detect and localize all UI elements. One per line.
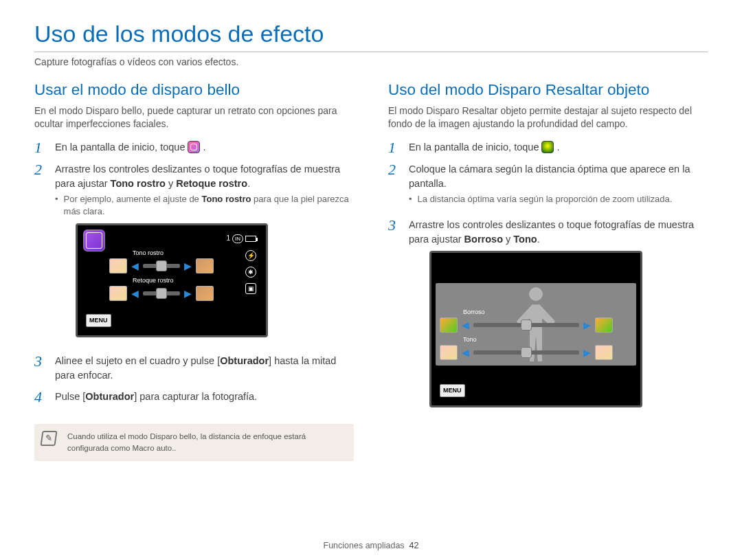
text: y [503, 234, 513, 245]
text: En la pantalla de inicio, toque [55, 142, 188, 153]
text: . [537, 234, 540, 245]
arrow-left-icon: ◀ [462, 348, 469, 357]
right-intro: El modo Disparo Resaltar objeto permite … [388, 104, 708, 131]
sliders: Tono rostro ◀ ▶ Retoque rostro [109, 249, 214, 304]
step-body: En la pantalla de inicio, toque . [55, 140, 354, 155]
arrow-right-icon: ▶ [583, 348, 591, 357]
slider-2-label: Tono [463, 335, 613, 344]
bold: Retoque rostro [176, 178, 247, 189]
text: . [247, 178, 250, 189]
right-step-2: 2 Coloque la cámara según la distancia ó… [388, 162, 708, 211]
timer-icon: ✱ [245, 267, 256, 278]
step-body: Arrastre los controles deslizantes o toq… [55, 162, 354, 347]
right-step-3: 3 Arrastre los controles deslizantes o t… [388, 218, 708, 417]
text: . [203, 142, 206, 153]
text: y [166, 178, 176, 189]
menu-button[interactable]: MENU [86, 314, 111, 327]
left-steps: 1 En la pantalla de inicio, toque . 2 Ar… [34, 140, 354, 405]
highlight-mode-screenshot: 2 IN 1m ⚡ Borroso [429, 251, 642, 407]
step-number: 3 [388, 218, 401, 417]
text: ] para capturar la fotografía. [134, 391, 257, 402]
text: Pulse [ [55, 391, 85, 402]
step-number: 3 [34, 354, 47, 383]
sub-bullet: • Por ejemplo, aumente el ajuste de Tono… [55, 193, 354, 218]
sample-thumb [595, 345, 613, 360]
step-number: 1 [388, 140, 401, 155]
flash-icon: ⚡ [245, 250, 256, 261]
step-body: Alinee el sujeto en el cuadro y pulse [O… [55, 354, 354, 383]
sub-bullet: • La distancia óptima varía según la pro… [409, 193, 708, 205]
bold: Tono rostro [201, 194, 251, 204]
slider-1: ◀ ▶ [440, 317, 613, 333]
battery-icon [245, 236, 256, 242]
right-steps: 1 En la pantalla de inicio, toque . 2 Co… [388, 140, 708, 417]
slider-track[interactable] [473, 323, 579, 327]
bullet-dot: • [55, 193, 58, 218]
step-number: 2 [388, 162, 401, 211]
arrow-right-icon: ▶ [184, 289, 192, 298]
arrow-right-icon: ▶ [184, 261, 192, 271]
slider-track[interactable] [473, 350, 579, 355]
left-step-2: 2 Arrastre los controles deslizantes o t… [34, 162, 354, 347]
menu-button[interactable]: MENU [440, 384, 465, 397]
text: Coloque la cámara según la distancia ópt… [409, 164, 690, 189]
preview-area: Borroso ◀ ▶ Tono [436, 283, 636, 366]
arrow-left-icon: ◀ [462, 320, 469, 330]
slider-1: ◀ ▶ [109, 258, 214, 273]
arrow-left-icon: ◀ [131, 289, 139, 298]
slider-2: ◀ ▶ [440, 345, 613, 360]
footer: Funciones ampliadas 42 [0, 541, 742, 550]
sample-thumb [196, 258, 214, 273]
object-highlight-icon [541, 141, 554, 153]
slider-track[interactable] [143, 264, 180, 268]
sub-text: Por ejemplo, aumente el ajuste de Tono r… [64, 193, 354, 218]
bold: Obturador [220, 355, 269, 366]
bold: Tono [513, 234, 537, 245]
left-step-1: 1 En la pantalla de inicio, toque . [34, 140, 354, 155]
left-intro: En el modo Disparo bello, puede capturar… [34, 104, 354, 131]
beauty-mode-screenshot: 1 IN ⚡ ✱ ▣ Tono rostro [76, 223, 268, 337]
text: En la pantalla de inicio, toque [409, 142, 541, 153]
text: . [557, 142, 560, 153]
right-step-1: 1 En la pantalla de inicio, toque . [388, 140, 708, 155]
step-number: 2 [34, 162, 47, 347]
slider-1-label: Borroso [463, 308, 613, 317]
arrow-left-icon: ◀ [131, 261, 139, 271]
note-text: Cuando utiliza el modo Disparo bello, la… [67, 432, 306, 452]
step-body: Pulse [Obturador] para capturar la fotog… [55, 390, 354, 405]
side-icons: ⚡ ✱ ▣ [245, 250, 256, 294]
bold: Tono rostro [111, 178, 166, 189]
right-heading: Uso del modo Disparo Resaltar objeto [388, 81, 708, 99]
bullet-dot: • [409, 193, 412, 205]
page-number: 42 [409, 541, 419, 550]
content-columns: Usar el modo de disparo bello En el modo… [34, 81, 708, 461]
slider-2: ◀ ▶ [109, 286, 214, 301]
arrow-right-icon: ▶ [583, 320, 591, 330]
sample-thumb [196, 286, 214, 301]
slider-2-label: Retoque rostro [133, 276, 214, 285]
text: Alinee el sujeto en el cuadro y pulse [ [55, 355, 220, 366]
left-step-3: 3 Alinee el sujeto en el cuadro y pulse … [34, 354, 354, 383]
sub-text: La distancia óptima varía según la propo… [418, 193, 673, 205]
text: Arrastre los controles deslizantes o toq… [409, 219, 694, 245]
left-step-4: 4 Pulse [Obturador] para capturar la fot… [34, 390, 354, 405]
step-body: Arrastre los controles deslizantes o toq… [409, 218, 708, 417]
storage-icon: IN [232, 234, 243, 244]
note-box: ✎ Cuando utiliza el modo Disparo bello, … [34, 424, 354, 460]
slider-track[interactable] [143, 291, 180, 295]
text: Por ejemplo, aumente el ajuste de [64, 194, 202, 204]
step-number: 4 [34, 390, 47, 405]
step-body: Coloque la cámara según la distancia ópt… [409, 162, 708, 211]
sample-thumb [440, 317, 458, 333]
right-column: Uso del modo Disparo Resaltar objeto El … [388, 81, 708, 461]
footer-section: Funciones ampliadas [324, 541, 405, 550]
sample-thumb [440, 345, 458, 360]
page-subtitle: Capture fotografías o vídeos con varios … [34, 56, 708, 67]
sample-thumb [595, 317, 613, 333]
note-icon: ✎ [40, 431, 57, 446]
sample-thumb [109, 258, 127, 273]
sliders: Borroso ◀ ▶ Tono [440, 308, 613, 363]
photo-count: 1 [226, 234, 230, 244]
step-number: 1 [34, 140, 47, 155]
left-column: Usar el modo de disparo bello En el modo… [34, 81, 354, 461]
